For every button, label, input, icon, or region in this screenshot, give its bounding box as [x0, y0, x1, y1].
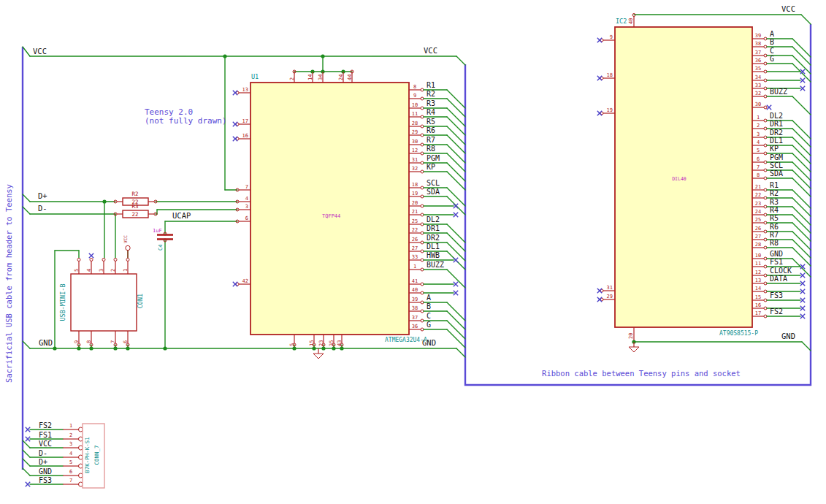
wire — [23, 47, 30, 56]
pin-number: 26 — [755, 226, 761, 232]
net-label-vcc: VCC — [39, 440, 52, 448]
pin-number: 41 — [412, 278, 418, 284]
pin-number: 22 — [755, 192, 761, 198]
pin-number: 22 — [412, 227, 418, 233]
net-label-dminus: D- — [38, 204, 47, 213]
pin-number: 19 — [607, 107, 613, 113]
pin-number: 28 — [755, 242, 761, 248]
net-label-ucap: UCAP — [172, 211, 191, 220]
net-label-hwb: HWB — [427, 251, 440, 259]
net-label-b: B — [770, 38, 774, 46]
pin-number: 6 — [123, 340, 129, 343]
net-label-fs1: FS1 — [39, 431, 52, 439]
pin-end — [90, 259, 93, 261]
net-label-fs2: FS2 — [770, 308, 783, 316]
junction-dot — [340, 346, 343, 350]
pin-number: 23 — [318, 340, 324, 346]
pin-number: 1 — [757, 115, 760, 121]
bus-entry — [792, 232, 811, 250]
bus-entry — [447, 243, 465, 261]
net-label-r6: R6 — [427, 126, 435, 134]
vcc-flag-label: VCC — [123, 235, 128, 243]
net-label-dplus: D+ — [38, 191, 47, 200]
pin-end — [77, 259, 80, 261]
net-label-buzz: BUZZ — [770, 88, 787, 96]
pin-number: 29 — [412, 129, 418, 135]
pin-number: 12 — [755, 270, 761, 275]
pin-number: 11 — [755, 261, 761, 267]
net-label-dr1: DR1 — [770, 120, 783, 128]
net-label-dl2: DL2 — [427, 215, 440, 224]
u1-body[interactable] — [251, 83, 409, 335]
net-label-dr1: DR1 — [427, 224, 440, 232]
bus-entry — [447, 172, 465, 190]
net-label-sda: SDA — [770, 169, 783, 177]
pin-number: 4 — [69, 451, 72, 457]
net-label-dl2: DL2 — [770, 112, 783, 120]
pin-number: 37 — [412, 315, 418, 321]
bus-entry — [447, 329, 465, 348]
pin-number: 20 — [412, 200, 418, 206]
pin-number: 39 — [412, 297, 418, 302]
bus-entry — [792, 240, 811, 258]
u1-value: TQFP44 — [322, 213, 340, 219]
bus-entry — [792, 129, 811, 147]
bus-entry — [792, 162, 811, 180]
pin-number: 17 — [242, 118, 248, 124]
vcc-power-flag[interactable] — [126, 245, 130, 258]
schematic-canvas[interactable]: 13R̅E̅S̅E̅T̅17XTAL116XTAL27VBUS4D+3D-6UC… — [0, 0, 826, 504]
c4-capacitor[interactable] — [157, 235, 173, 240]
junction-dot — [163, 346, 167, 350]
net-label-a: A — [770, 30, 774, 38]
net-label-r7: R7 — [770, 231, 779, 239]
note-usb-cable: Sacrificial USB cable from header to Tee… — [4, 184, 13, 383]
wire — [801, 15, 811, 24]
pin-number: 6 — [69, 469, 72, 475]
pin-number: 4 — [245, 196, 248, 202]
bus-entry — [447, 126, 465, 145]
con1-body[interactable] — [71, 274, 137, 331]
pin-number: 6 — [757, 156, 760, 162]
pin-number: 25 — [755, 217, 761, 223]
net-label-r3: R3 — [427, 99, 435, 107]
net-label-r3: R3 — [770, 198, 779, 206]
pin-number: 3 — [99, 269, 104, 272]
bus-entry — [23, 440, 30, 448]
net-label-r5: R5 — [427, 118, 435, 126]
pin-number: 33 — [755, 83, 761, 88]
net-label-pgm: PGM — [770, 153, 783, 161]
pin-end — [764, 106, 767, 109]
pin-number: 9 — [610, 34, 613, 40]
r3-value: 22 — [131, 211, 138, 218]
bus-entry — [447, 99, 465, 117]
net-label-vcc: VCC — [424, 46, 437, 55]
pin-number: 21 — [755, 184, 761, 190]
net-label-r1: R1 — [427, 81, 435, 89]
pin-number: 16 — [755, 302, 761, 308]
junction-dot — [332, 346, 335, 350]
con1-value: USB-MINI-B — [59, 283, 66, 321]
junction-dot — [223, 54, 226, 58]
conn7-ref: CONN_7 — [93, 445, 100, 465]
pin-number: 16 — [242, 133, 248, 139]
bus-entry — [23, 459, 30, 466]
junction-dot — [321, 346, 325, 350]
net-label-sda: SDA — [427, 188, 440, 196]
net-label-gnd: GND — [770, 250, 783, 258]
bus-entry — [23, 468, 30, 476]
pin-number: 25 — [412, 218, 418, 224]
net-label-r4: R4 — [427, 108, 435, 116]
pin-number: 40 — [628, 18, 634, 24]
bus-entry — [792, 207, 811, 225]
bus-entry — [447, 163, 465, 181]
bus-entry — [447, 153, 465, 172]
bus-entry — [792, 178, 811, 196]
pin-number: 28 — [412, 121, 418, 126]
net-label-d+: D+ — [39, 458, 47, 466]
bus-entry — [447, 188, 465, 206]
bus-entry — [447, 224, 465, 243]
net-label-d-: D- — [39, 449, 47, 457]
pin-number: 34 — [755, 75, 761, 80]
junction-dot — [89, 346, 93, 350]
pin-number: 18 — [607, 72, 613, 78]
